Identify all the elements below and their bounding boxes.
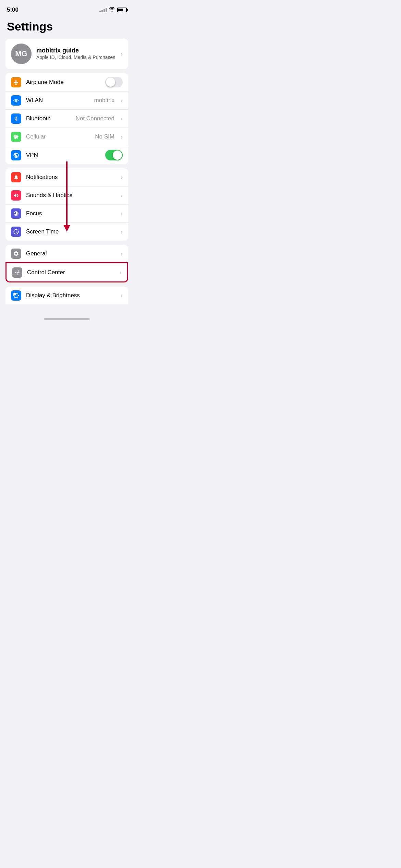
profile-subtitle: Apple ID, iCloud, Media & Purchases xyxy=(36,54,116,61)
display-brightness-card: Display & Brightness › xyxy=(5,287,128,304)
home-indicator xyxy=(44,318,90,320)
svg-point-5 xyxy=(17,196,18,197)
control-center-icon xyxy=(12,267,22,278)
battery-icon xyxy=(117,8,127,12)
avatar: MG xyxy=(11,44,32,64)
wlan-chevron: › xyxy=(121,97,123,104)
status-bar: 5:00 xyxy=(0,0,134,17)
cellular-row[interactable]: Cellular No SIM › xyxy=(5,128,128,146)
cellular-chevron: › xyxy=(121,133,123,141)
focus-label: Focus xyxy=(26,210,116,217)
control-center-card: Control Center › xyxy=(5,262,128,282)
wlan-label: WLAN xyxy=(26,97,89,104)
focus-chevron: › xyxy=(121,210,123,217)
control-center-row[interactable]: Control Center › xyxy=(7,263,127,281)
screen-time-row[interactable]: Screen Time › xyxy=(5,222,128,241)
notifications-row[interactable]: Notifications › xyxy=(5,168,128,186)
wlan-value: mobitrix xyxy=(94,97,114,104)
vpn-toggle[interactable] xyxy=(105,150,123,160)
bluetooth-value: Not Connected xyxy=(76,115,114,122)
wlan-icon xyxy=(11,95,21,106)
bluetooth-label: Bluetooth xyxy=(26,115,71,122)
profile-chevron: › xyxy=(121,50,123,58)
sounds-haptics-icon xyxy=(11,190,21,201)
general-icon xyxy=(11,249,21,259)
notifications-chevron: › xyxy=(121,174,123,181)
status-icons xyxy=(99,7,127,13)
display-brightness-icon xyxy=(11,290,21,301)
signal-icon xyxy=(99,8,107,12)
svg-point-3 xyxy=(17,195,18,196)
general-chevron: › xyxy=(121,250,123,257)
focus-row[interactable]: Focus › xyxy=(5,204,128,222)
cellular-icon xyxy=(11,132,21,142)
status-time: 5:00 xyxy=(7,7,19,13)
profile-card[interactable]: MG mobitrix guide Apple ID, iCloud, Medi… xyxy=(5,39,128,69)
screen-time-chevron: › xyxy=(121,228,123,236)
focus-icon xyxy=(11,208,21,219)
vpn-icon xyxy=(11,150,21,160)
vpn-label: VPN xyxy=(26,152,100,159)
notifications-section-wrapper: Notifications › Sounds & Haptics › xyxy=(0,168,134,241)
control-center-label: Control Center xyxy=(27,269,115,276)
notifications-section: Notifications › Sounds & Haptics › xyxy=(5,168,128,241)
page-title: Settings xyxy=(0,17,134,39)
control-center-chevron: › xyxy=(120,269,122,276)
sounds-haptics-row[interactable]: Sounds & Haptics › xyxy=(5,186,128,204)
airplane-mode-toggle[interactable] xyxy=(105,77,123,87)
wifi-status-icon xyxy=(109,7,115,13)
svg-point-4 xyxy=(17,194,18,195)
notifications-label: Notifications xyxy=(26,174,116,181)
general-section: General › Control Center › xyxy=(5,245,128,282)
profile-row[interactable]: MG mobitrix guide Apple ID, iCloud, Medi… xyxy=(5,39,128,69)
display-brightness-chevron: › xyxy=(121,292,123,299)
bluetooth-chevron: › xyxy=(121,115,123,122)
sounds-haptics-chevron: › xyxy=(121,192,123,199)
general-label: General xyxy=(26,250,116,257)
notifications-icon xyxy=(11,172,21,182)
airplane-mode-icon xyxy=(11,77,21,87)
display-brightness-row[interactable]: Display & Brightness › xyxy=(5,287,128,304)
display-brightness-label: Display & Brightness xyxy=(26,292,116,299)
sounds-haptics-label: Sounds & Haptics xyxy=(26,192,116,199)
screen-time-icon xyxy=(11,227,21,237)
profile-info: mobitrix guide Apple ID, iCloud, Media &… xyxy=(36,47,116,61)
bluetooth-row[interactable]: Bluetooth Not Connected › xyxy=(5,109,128,128)
airplane-mode-label: Airplane Mode xyxy=(26,79,100,86)
general-row[interactable]: General › xyxy=(5,245,128,263)
connectivity-section: Airplane Mode WLAN mobitrix › Bluetooth … xyxy=(5,73,128,164)
wlan-row[interactable]: WLAN mobitrix › xyxy=(5,91,128,109)
screen-time-label: Screen Time xyxy=(26,228,116,235)
airplane-mode-row[interactable]: Airplane Mode xyxy=(5,73,128,91)
vpn-row[interactable]: VPN xyxy=(5,146,128,164)
cellular-label: Cellular xyxy=(26,133,90,140)
bluetooth-icon xyxy=(11,113,21,124)
profile-name: mobitrix guide xyxy=(36,47,116,54)
cellular-value: No SIM xyxy=(95,133,114,140)
general-card-top: General › xyxy=(5,245,128,263)
